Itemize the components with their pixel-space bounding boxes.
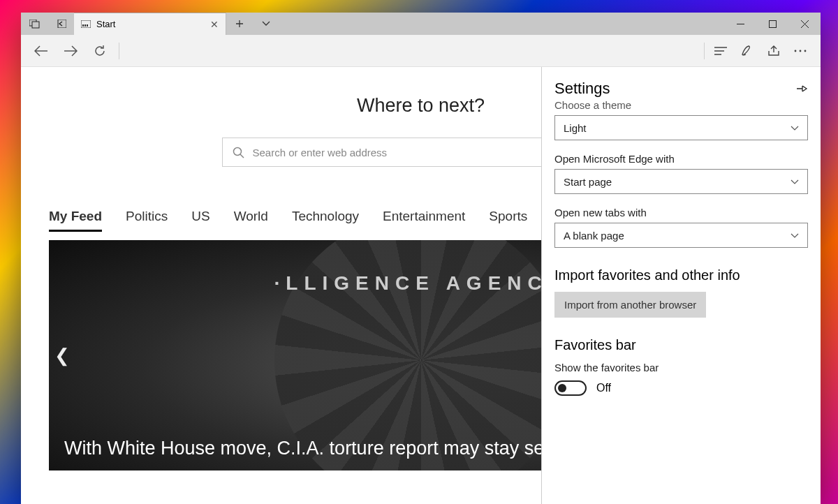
back-button[interactable] (28, 38, 54, 64)
notes-button[interactable] (734, 38, 760, 64)
carousel-prev-icon[interactable]: ❮ (53, 339, 71, 372)
chevron-down-icon (791, 126, 799, 131)
svg-rect-4 (82, 24, 84, 27)
pin-icon[interactable] (797, 84, 808, 93)
close-window-button[interactable] (788, 13, 821, 35)
tab-actions-button[interactable] (253, 13, 279, 35)
tab-favicon (81, 20, 91, 28)
feed-tab-politics[interactable]: Politics (126, 209, 168, 232)
feed-tab-world[interactable]: World (234, 209, 268, 232)
search-icon (233, 147, 244, 158)
close-tab-icon[interactable]: ✕ (210, 19, 219, 30)
settings-title: Settings (554, 80, 610, 98)
new-tabs-label: Open new tabs with (554, 207, 808, 218)
feed-tab-sports[interactable]: Sports (489, 209, 527, 232)
maximize-button[interactable] (756, 13, 788, 35)
theme-value: Light (564, 122, 587, 134)
desktop-background: Start ✕ Where to next? (0, 0, 838, 504)
import-button[interactable]: Import from another browser (554, 292, 706, 318)
feed-tab-us[interactable]: US (191, 209, 210, 232)
new-tabs-value: A blank page (564, 230, 624, 242)
minimize-button[interactable] (724, 13, 756, 35)
svg-rect-3 (81, 20, 91, 28)
set-aside-tabs-button[interactable] (47, 20, 74, 28)
tab-label: Start (96, 19, 115, 29)
search-placeholder: Search or enter web address (253, 147, 388, 158)
content-area: Where to next? Search or enter web addre… (21, 67, 821, 504)
share-button[interactable] (760, 38, 787, 64)
open-with-select[interactable]: Start page (554, 169, 808, 194)
open-with-value: Start page (564, 176, 612, 188)
chevron-down-icon (791, 179, 799, 184)
tab-preview-button[interactable] (21, 20, 47, 29)
theme-select[interactable]: Light (554, 115, 808, 140)
toolbar-divider (704, 43, 705, 59)
browser-tab-start[interactable]: Start ✕ (74, 13, 226, 35)
feed-tab-myfeed[interactable]: My Feed (49, 209, 102, 232)
hub-button[interactable] (707, 38, 734, 64)
settings-pane: Settings Choose a theme Light Open Micro… (541, 67, 821, 504)
favorites-bar-toggle-state: Off (596, 382, 611, 394)
svg-rect-1 (32, 22, 39, 28)
favorites-bar-toggle-label: Show the favorites bar (554, 362, 808, 373)
edge-window: Start ✕ Where to next? (21, 13, 821, 504)
svg-rect-5 (84, 24, 86, 27)
new-tabs-select[interactable]: A blank page (554, 223, 808, 248)
svg-rect-7 (769, 20, 776, 27)
favorites-bar-header: Favorites bar (554, 337, 808, 353)
new-tab-button[interactable] (226, 13, 253, 35)
import-header: Import favorites and other info (554, 267, 808, 283)
hero-seal-text: ·LLIGENCE AGENCY (274, 272, 568, 295)
svg-point-11 (233, 147, 241, 155)
feed-tab-technology[interactable]: Technology (292, 209, 359, 232)
svg-point-10 (804, 50, 807, 52)
forward-button[interactable] (57, 38, 84, 64)
feed-tab-entertainment[interactable]: Entertainment (383, 209, 465, 232)
svg-point-8 (795, 50, 797, 52)
title-bar: Start ✕ (21, 13, 821, 35)
toolbar-divider (119, 43, 119, 59)
svg-point-9 (800, 50, 802, 52)
refresh-button[interactable] (87, 38, 113, 64)
theme-label: Choose a theme (554, 99, 808, 111)
chevron-down-icon (791, 233, 799, 238)
open-with-label: Open Microsoft Edge with (554, 153, 808, 165)
more-button[interactable] (787, 38, 814, 64)
nav-toolbar (21, 35, 821, 67)
svg-rect-6 (87, 24, 88, 27)
favorites-bar-toggle[interactable] (554, 380, 587, 396)
